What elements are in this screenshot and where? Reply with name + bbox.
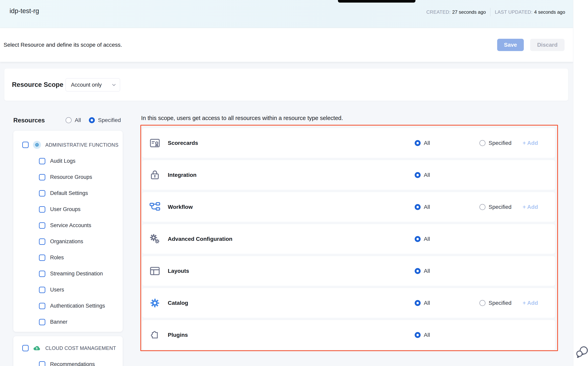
row-all-option[interactable]: All: [415, 300, 430, 306]
resource-item: Roles: [13, 250, 123, 266]
resource-scope-dropdown[interactable]: Account only: [66, 78, 120, 92]
all-radio[interactable]: [415, 268, 421, 274]
created-label: CREATED:: [426, 9, 451, 15]
item-checkbox[interactable]: [39, 190, 45, 197]
group-checkbox[interactable]: [22, 345, 29, 351]
item-checkbox[interactable]: [39, 222, 45, 229]
scorecard-icon: [149, 137, 161, 149]
created-value: 27 seconds ago: [452, 9, 486, 15]
group-label: CLOUD COST MANAGEMENT: [45, 345, 116, 351]
page-header: idp-test-rg CREATED:27 seconds ago LAST …: [0, 0, 573, 28]
cloud-dollar-icon: [33, 344, 41, 352]
resource-type-row: Scorecards All Specified + Add: [142, 128, 555, 158]
item-checkbox[interactable]: [39, 361, 45, 366]
item-checkbox[interactable]: [39, 238, 45, 245]
chat-bubbles-icon[interactable]: [575, 345, 588, 359]
row-specified-option[interactable]: Specified: [480, 300, 511, 306]
resource-type-row: Workflow All Specified + Add: [142, 192, 555, 222]
resource-scope-label: Resource Scope: [12, 69, 63, 101]
resources-all-label: All: [75, 117, 81, 123]
all-radio[interactable]: [415, 140, 421, 146]
resources-specified-radio[interactable]: [89, 117, 95, 123]
resource-item: Organizations: [13, 233, 123, 250]
item-checkbox[interactable]: [39, 271, 45, 277]
specified-radio[interactable]: [480, 140, 485, 146]
save-button[interactable]: Save: [497, 39, 524, 51]
item-label: Organizations: [50, 238, 83, 244]
toolbar-description: Select Resource and define its scope of …: [4, 28, 122, 62]
all-radio[interactable]: [415, 332, 421, 338]
specified-radio[interactable]: [480, 300, 485, 306]
specified-radio[interactable]: [480, 204, 485, 210]
row-label: Plugins: [168, 332, 188, 338]
row-label: Catalog: [168, 300, 188, 306]
all-radio[interactable]: [415, 172, 421, 178]
resource-item: Recommendations: [13, 356, 123, 366]
row-label: Layouts: [168, 268, 189, 274]
item-checkbox[interactable]: [39, 206, 45, 213]
item-label: Users: [50, 287, 64, 293]
item-label: Roles: [50, 255, 64, 261]
discard-button[interactable]: Discard: [530, 39, 565, 51]
add-button[interactable]: + Add: [523, 300, 538, 306]
resource-item: Resource Groups: [13, 169, 123, 185]
puzzle-icon: [149, 329, 161, 341]
row-all-option[interactable]: All: [415, 140, 430, 146]
row-label: Integration: [168, 172, 197, 178]
action-toolbar: Select Resource and define its scope of …: [0, 28, 573, 62]
item-label: User Groups: [50, 206, 80, 212]
item-checkbox[interactable]: [39, 303, 45, 309]
item-checkbox[interactable]: [39, 174, 45, 180]
row-all-option[interactable]: All: [415, 204, 430, 210]
item-label: Default Settings: [50, 190, 88, 196]
add-button[interactable]: + Add: [523, 140, 538, 146]
resource-type-row: Layouts All: [142, 256, 555, 286]
item-label: Resource Groups: [50, 174, 92, 180]
right-page-strip: [573, 0, 588, 366]
group-checkbox[interactable]: [22, 142, 29, 148]
all-radio[interactable]: [415, 300, 421, 306]
item-label: Streaming Destination: [50, 271, 103, 277]
all-radio[interactable]: [415, 204, 421, 210]
resource-type-row: Catalog All Specified + Add: [142, 288, 555, 318]
resources-all-option[interactable]: All: [66, 117, 81, 123]
specified-label: Specified: [489, 204, 511, 210]
updated-value: 4 seconds ago: [534, 9, 565, 15]
resources-group-card: ADMINISTRATIVE FUNCTIONS Audit Logs Reso…: [13, 131, 123, 332]
all-radio[interactable]: [415, 236, 421, 242]
resource-item: Service Accounts: [13, 217, 123, 233]
resource-item: Authentication Settings: [13, 298, 123, 314]
item-checkbox[interactable]: [39, 255, 45, 261]
row-specified-option[interactable]: Specified: [480, 140, 511, 146]
resources-specified-option[interactable]: Specified: [89, 117, 121, 123]
resource-type-row: Integration All: [142, 160, 555, 190]
row-label: Scorecards: [168, 140, 198, 146]
resources-title: Resources: [13, 117, 45, 124]
catalog-icon: [149, 297, 161, 309]
row-specified-option[interactable]: Specified: [480, 204, 511, 210]
row-all-option[interactable]: All: [415, 332, 430, 338]
all-label: All: [424, 236, 430, 242]
item-label: Authentication Settings: [50, 303, 105, 309]
meta-divider: [490, 8, 490, 16]
specified-label: Specified: [489, 300, 511, 306]
updated-label: LAST UPDATED:: [495, 9, 533, 15]
resources-all-radio[interactable]: [66, 117, 71, 123]
add-button[interactable]: + Add: [523, 204, 538, 210]
row-all-option[interactable]: All: [415, 268, 430, 274]
resource-item: Users: [13, 282, 123, 298]
updated-meta: LAST UPDATED:4 seconds ago: [495, 9, 565, 15]
item-checkbox[interactable]: [39, 319, 45, 325]
item-checkbox[interactable]: [39, 158, 45, 164]
resources-specified-label: Specified: [98, 117, 121, 123]
row-all-option[interactable]: All: [415, 172, 430, 178]
gear-badge-icon: [33, 140, 41, 149]
resource-scope-value: Account only: [71, 82, 102, 88]
item-checkbox[interactable]: [39, 287, 45, 293]
resources-group-card: CLOUD COST MANAGEMENT Recommendations: [13, 336, 123, 366]
layout-icon: [149, 265, 161, 277]
specified-label: Specified: [489, 140, 511, 146]
workflow-icon: [149, 201, 161, 213]
row-all-option[interactable]: All: [415, 236, 430, 242]
resource-scope-card: Resource Scope Account only: [4, 69, 568, 101]
